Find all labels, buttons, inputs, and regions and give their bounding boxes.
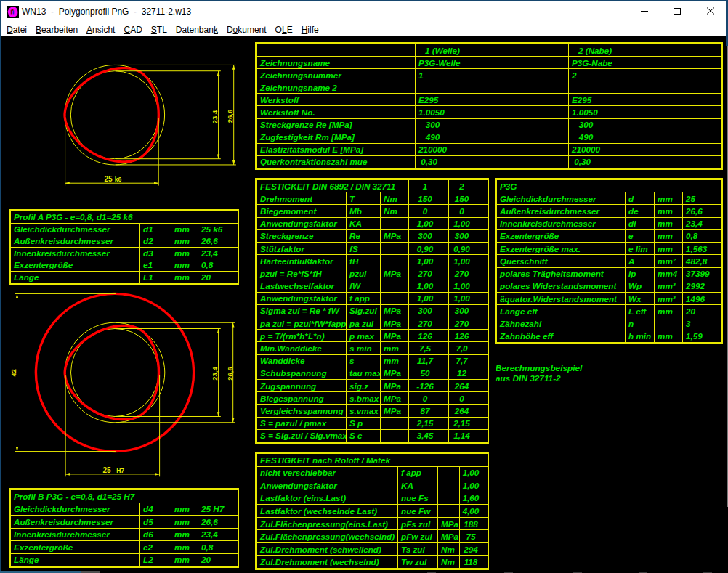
svg-text:26,6: 26,6 — [226, 367, 234, 381]
svg-text:H7: H7 — [116, 467, 124, 474]
svg-text:42: 42 — [9, 369, 17, 377]
svg-text:25: 25 — [105, 175, 113, 183]
svg-text:26,6: 26,6 — [226, 110, 234, 123]
svg-text:25: 25 — [103, 466, 112, 474]
svg-text:k6: k6 — [115, 176, 122, 183]
svg-text:23,4: 23,4 — [211, 367, 219, 381]
svg-text:23,4: 23,4 — [211, 110, 219, 123]
